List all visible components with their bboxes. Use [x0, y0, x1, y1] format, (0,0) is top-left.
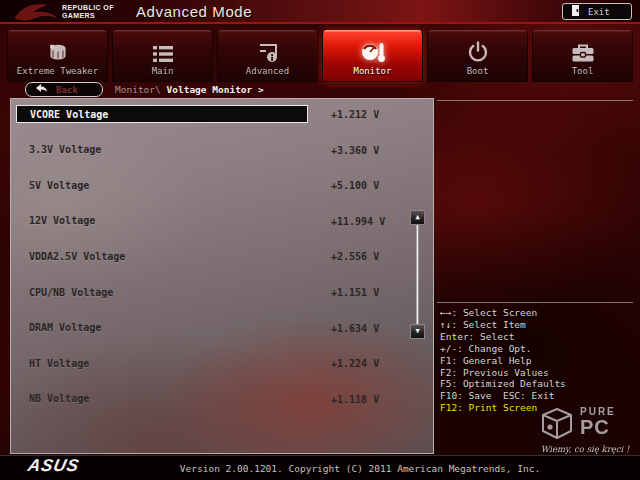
footer-bar: ASUS Version 2.00.1201. Copyright (C) 20…	[0, 455, 640, 480]
voltage-label: VDDA2.5V Voltage	[29, 251, 125, 262]
breadcrumb-current: Voltage Monitor >	[167, 84, 264, 95]
voltage-list-panel: ▲ ▼ VCORE Voltage+1.212 V3.3V Voltage+3.…	[10, 98, 434, 454]
voltage-row[interactable]: 5V Voltage+5.100 V	[11, 176, 433, 194]
voltage-label: HT Voltage	[29, 358, 89, 369]
asus-logo: ASUS	[26, 456, 81, 476]
voltage-value: +1.118 V	[331, 393, 379, 404]
voltage-label-box: 5V Voltage	[16, 176, 308, 194]
voltage-label-box: HT Voltage	[16, 354, 308, 372]
title-bar: REPUBLIC OF GAMERS Advanced Mode Exit	[0, 0, 640, 24]
exit-door-icon	[572, 5, 581, 18]
voltage-row[interactable]: DRAM Voltage+1.634 V	[11, 319, 433, 337]
back-arrow-icon	[36, 84, 47, 95]
voltage-label-box: NB Voltage	[16, 390, 308, 408]
voltage-value: +11.994 V	[331, 215, 385, 226]
tab-bar: Extreme TweakerMainAdvancedMonitorBootTo…	[7, 30, 633, 82]
help-line: F1: General Help	[440, 355, 636, 367]
voltage-row[interactable]: VCORE Voltage+1.212 V	[11, 105, 433, 123]
help-separator-bottom	[437, 302, 633, 303]
breadcrumb: Monitor\ Voltage Monitor >	[115, 84, 264, 95]
voltage-label-box: 12V Voltage	[16, 212, 308, 230]
voltage-label: 5V Voltage	[29, 180, 89, 191]
monitor-gauge-icon	[360, 37, 386, 63]
boot-power-icon	[467, 37, 489, 63]
voltage-row[interactable]: HT Voltage+1.224 V	[11, 354, 433, 372]
breadcrumb-path: Monitor\	[115, 84, 161, 95]
tab-monitor[interactable]: Monitor	[322, 30, 423, 82]
voltage-label: DRAM Voltage	[29, 322, 101, 333]
version-text: Version 2.00.1201. Copyright (C) 2011 Am…	[80, 463, 640, 474]
voltage-label: CPU/NB Voltage	[29, 287, 113, 298]
tab-boot[interactable]: Boot	[427, 30, 528, 82]
voltage-row[interactable]: 12V Voltage+11.994 V	[11, 212, 433, 230]
voltage-label-box: CPU/NB Voltage	[16, 283, 308, 301]
back-button[interactable]: Back	[25, 82, 103, 97]
tab-advanced[interactable]: Advanced	[217, 30, 318, 82]
purepc-box-icon	[537, 402, 577, 446]
purepc-tagline: Wiemy, co się kręci !	[529, 444, 640, 454]
voltage-label: 12V Voltage	[29, 215, 95, 226]
voltage-label: NB Voltage	[29, 393, 89, 404]
exit-label: Exit	[588, 7, 610, 17]
tab-label: Extreme Tweaker	[17, 66, 98, 76]
tab-extreme-tweaker[interactable]: Extreme Tweaker	[7, 30, 108, 82]
help-line: F5: Optimized Defaults	[440, 378, 636, 390]
voltage-label: 3.3V Voltage	[29, 144, 101, 155]
voltage-value: +1.634 V	[331, 322, 379, 333]
voltage-label: VCORE Voltage	[30, 109, 108, 120]
tab-label: Tool	[572, 66, 594, 76]
voltage-label-box: VDDA2.5V Voltage	[16, 247, 308, 265]
help-line: ←→: Select Screen	[440, 307, 636, 319]
toolbox-icon	[571, 37, 595, 63]
back-label: Back	[56, 85, 78, 95]
page-title: Advanced Mode	[136, 3, 252, 20]
scroll-track[interactable]	[416, 225, 419, 324]
help-line: Enter: Select	[440, 331, 636, 343]
tab-tool[interactable]: Tool	[532, 30, 633, 82]
voltage-row[interactable]: 3.3V Voltage+3.360 V	[11, 141, 433, 159]
purepc-name-bottom: PC	[580, 416, 610, 439]
voltage-label-box: VCORE Voltage	[16, 105, 308, 123]
main-list-icon	[151, 37, 175, 63]
voltage-row[interactable]: VDDA2.5V Voltage+2.556 V	[11, 247, 433, 265]
voltage-value: +5.100 V	[331, 180, 379, 191]
tab-main[interactable]: Main	[112, 30, 213, 82]
brand-text: REPUBLIC OF GAMERS	[62, 4, 114, 20]
rog-eye-icon	[13, 2, 59, 26]
voltage-value: +2.556 V	[331, 251, 379, 262]
voltage-label-box: 3.3V Voltage	[16, 141, 308, 159]
help-line: +/-: Change Opt.	[440, 343, 636, 355]
voltage-value: +1.224 V	[331, 358, 379, 369]
exit-button[interactable]: Exit	[562, 3, 632, 20]
advanced-info-icon	[256, 37, 280, 63]
tab-label: Advanced	[246, 66, 289, 76]
voltage-label-box: DRAM Voltage	[16, 319, 308, 337]
voltage-row[interactable]: CPU/NB Voltage+1.151 V	[11, 283, 433, 301]
voltage-value: +1.151 V	[331, 287, 379, 298]
help-line: F2: Previous Values	[440, 367, 636, 379]
tab-label: Monitor	[354, 66, 392, 76]
tab-label: Main	[152, 66, 174, 76]
voltage-value: +1.212 V	[331, 109, 379, 120]
help-separator-top	[437, 100, 633, 101]
tweaker-knob-icon	[46, 37, 70, 63]
help-line: ↑↓: Select Item	[440, 319, 636, 331]
voltage-row[interactable]: NB Voltage+1.118 V	[11, 390, 433, 408]
voltage-value: +3.360 V	[331, 144, 379, 155]
tab-label: Boot	[467, 66, 489, 76]
